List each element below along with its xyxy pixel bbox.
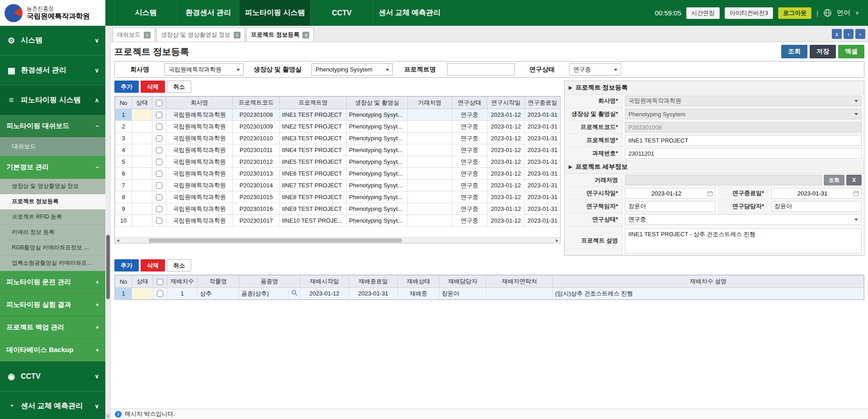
cell-cb[interactable] <box>152 203 166 215</box>
tab-close-icon[interactable]: x <box>144 32 151 38</box>
sidebar-item[interactable]: 카메라 정보 등록 <box>0 225 105 240</box>
row-checkbox[interactable] <box>156 124 162 130</box>
row-checkbox[interactable] <box>156 206 162 212</box>
close-all-tabs-button[interactable]: x <box>832 29 842 39</box>
tab[interactable]: 프로젝트 정보등록x <box>246 28 314 42</box>
row-checkbox[interactable] <box>156 135 162 142</box>
end-date-input[interactable]: 2023-01-31 <box>771 188 862 199</box>
start-date-input[interactable]: 2023-01-12 <box>625 188 716 199</box>
tab-close-icon[interactable]: x <box>234 32 241 38</box>
select-all-header[interactable] <box>152 97 166 109</box>
row-checkbox[interactable] <box>156 159 162 165</box>
cell-cb[interactable] <box>152 215 166 227</box>
sidebar-item[interactable]: 프로젝트 정보등록 <box>0 194 105 210</box>
chevron-down-icon[interactable]: ∨ <box>855 10 859 16</box>
topnav-item[interactable]: 환경센서 관리 <box>177 0 239 26</box>
delete-button[interactable]: 삭제 <box>141 81 165 93</box>
calendar-icon[interactable] <box>853 190 859 196</box>
status-filter-select[interactable]: 연구중 <box>569 63 621 76</box>
project-desc-textarea[interactable]: lINE1 TEST PROJECT - 상추 건조스트레스 진행 <box>625 228 862 253</box>
cell-cb[interactable] <box>152 168 166 180</box>
sidebar-item[interactable]: ⚙시스템∨ <box>0 26 105 56</box>
cell-cb[interactable] <box>152 109 166 121</box>
cell-cb[interactable] <box>152 121 166 133</box>
sidebar-item[interactable]: RGB촬영실 카메라좌표정보 등록 <box>0 240 105 256</box>
logout-button[interactable]: 로그아웃 <box>778 7 811 19</box>
table-row[interactable]: 4국립원예특작과학원P202301011lINE4 TEST PROJECTPh… <box>115 144 561 156</box>
globe-icon[interactable] <box>823 9 832 17</box>
row-checkbox[interactable] <box>156 171 162 177</box>
company-select[interactable]: 국립원예특작과학원 <box>625 95 862 106</box>
company-filter-select[interactable]: 국립원예특작과학원 <box>165 63 244 76</box>
row-checkbox[interactable] <box>156 112 162 118</box>
row-checkbox[interactable] <box>156 182 162 189</box>
cell-cb[interactable] <box>152 133 166 144</box>
search-button[interactable]: 조회 <box>781 45 807 58</box>
sidebar-item[interactable]: ▦환경센서 관리∨ <box>0 56 105 86</box>
sidebar-item[interactable]: 프로젝트 백업 관리+ <box>0 316 105 339</box>
tab[interactable]: 대쉬보드x <box>113 28 155 42</box>
cell-cb[interactable] <box>152 144 166 156</box>
content-vertical-scrollbar[interactable]: ∨ <box>105 26 111 419</box>
table-row[interactable]: 2국립원예특작과학원P202301009lINE2 TEST PROJECTPh… <box>115 121 561 133</box>
sidebar-item[interactable]: ◔센서 교체 예측관리∨ <box>0 391 105 419</box>
next-tab-button[interactable]: › <box>855 29 865 39</box>
cell-cb[interactable] <box>152 191 166 203</box>
search-icon[interactable] <box>291 290 297 296</box>
horizontal-scrollbar[interactable]: ◀ ▶ <box>115 237 560 243</box>
add-button[interactable]: 추가 <box>114 259 139 271</box>
manager-researcher-input[interactable] <box>771 201 862 212</box>
select-all-header[interactable] <box>153 276 167 288</box>
cell-cb[interactable] <box>152 156 166 168</box>
research-status-select[interactable]: 연구중 <box>625 214 862 225</box>
cancel-button[interactable]: 취소 <box>167 259 191 271</box>
table-row[interactable]: 10국립원예특작과학원P202301017lINE10 TEST PROJE..… <box>115 215 561 227</box>
chamber-select[interactable]: Phenotyping Sysytem <box>625 109 862 119</box>
chamber-filter-select[interactable]: Phenotyping Sysytem <box>311 63 393 76</box>
sidebar-item[interactable]: ≡피노타이핑 시스템∧ <box>0 86 105 115</box>
tab-close-icon[interactable]: x <box>302 32 309 38</box>
save-button[interactable]: 저장 <box>810 45 836 58</box>
table-row[interactable]: 9국립원예특작과학원P202301016lINE9 TEST PROJECTPh… <box>115 203 561 215</box>
sidebar-item[interactable]: 대쉬보드 <box>0 137 105 156</box>
sidebar-item[interactable]: 생장상 및 영상촬영실 정보 <box>0 179 105 194</box>
excel-button[interactable]: 엑셀 <box>838 45 864 58</box>
sidebar-item[interactable]: 프로젝트 RFID 등록 <box>0 210 105 225</box>
row-checkbox[interactable] <box>156 218 162 224</box>
table-row[interactable]: 1국립원예특작과학원P202301008lINE1 TEST PROJECTPh… <box>115 109 561 121</box>
extend-time-button[interactable]: 시간연장 <box>686 7 720 19</box>
table-row[interactable]: 8국립원예특작과학원P202301015lINE8 TEST PROJECTPh… <box>115 191 561 203</box>
topnav-item[interactable]: CCTV <box>310 0 373 26</box>
scrollbar-thumb[interactable] <box>106 235 110 299</box>
delete-button[interactable]: 삭제 <box>141 259 165 271</box>
project-name-filter-input[interactable] <box>447 63 515 76</box>
sidebar-item[interactable]: 피노타이핑 대쉬보드− <box>0 115 105 137</box>
scroll-right-arrow[interactable]: ▶ <box>554 238 560 243</box>
add-button[interactable]: 추가 <box>114 81 139 93</box>
client-search-button[interactable]: 조회 <box>824 175 844 186</box>
cell-cb[interactable] <box>152 180 166 191</box>
lead-researcher-input[interactable] <box>625 201 716 212</box>
topnav-item[interactable]: 센서 교체 예측관리 <box>373 0 446 26</box>
variety-search-cell[interactable] <box>289 288 300 300</box>
row-checkbox[interactable] <box>156 147 162 153</box>
sidebar-item[interactable]: 기본정보 관리− <box>0 156 105 179</box>
row-checkbox[interactable] <box>157 290 163 297</box>
sidebar-item[interactable]: 피노타이핑 실험 결과+ <box>0 294 105 316</box>
calendar-icon[interactable] <box>707 190 713 196</box>
table-row[interactable]: 6국립원예특작과학원P202301013lINE6 TEST PROJECTPh… <box>115 168 561 180</box>
topnav-item[interactable]: 피노타이핑 시스템 <box>239 0 310 26</box>
cancel-button[interactable]: 취소 <box>167 81 191 93</box>
project-name-input[interactable] <box>625 135 862 146</box>
sidebar-item[interactable]: 데이타베이스 Backup+ <box>0 339 105 362</box>
scrollbar-thumb[interactable] <box>149 238 402 243</box>
table-row[interactable]: 7국립원예특작과학원P202301014lINE7 TEST PROJECTPh… <box>115 180 561 191</box>
task-number-input[interactable] <box>625 148 862 159</box>
select-all-checkbox[interactable] <box>156 100 162 106</box>
sidebar-item[interactable]: 피노타이핑 운전 관리+ <box>0 271 105 294</box>
client-clear-button[interactable]: X <box>846 175 862 186</box>
sidebar-item[interactable]: 엽록소형광촬영실 카메라좌표정보 등록 <box>0 256 105 271</box>
table-row[interactable]: 5국립원예특작과학원P202301012lINE5 TEST PROJECTPh… <box>115 156 561 168</box>
table-row[interactable]: 3국립원예특작과학원P202301010lINE3 TEST PROJECTPh… <box>115 133 561 144</box>
prev-tab-button[interactable]: ‹ <box>844 29 854 39</box>
